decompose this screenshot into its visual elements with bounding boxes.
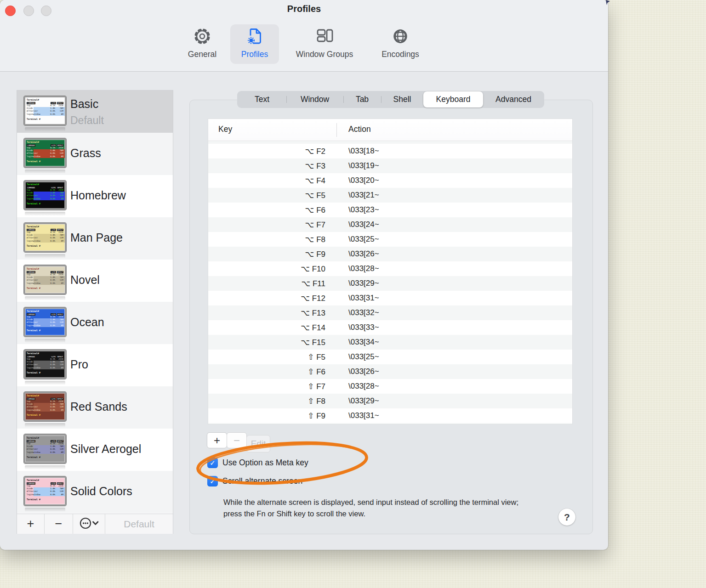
column-header-key[interactable]: Key <box>218 124 232 134</box>
key-mapping-row[interactable]: ⌥ F4 \033[20~ <box>208 173 572 188</box>
thumb-footer: Terminal # <box>25 158 65 163</box>
thumb-col-command: COMMAND <box>27 398 35 400</box>
key-mapping-row[interactable]: ⌥ F12 \033[31~ <box>208 291 572 305</box>
toolbar-item-general[interactable]: General <box>179 26 225 59</box>
key-mapping-row[interactable]: ⌥ F10 \033[28~ <box>208 261 572 276</box>
key-mapping-row[interactable]: ⌥ F3 \033[19~ <box>208 158 572 173</box>
tab-text[interactable]: Text <box>238 91 286 107</box>
thumb-col-rprvt: RPRVT <box>57 144 63 147</box>
thumb-title: Terminal# <box>25 140 65 144</box>
thumbnail-reflection <box>25 254 65 258</box>
column-divider[interactable] <box>336 123 337 137</box>
key-cell: ⌥ F11 <box>208 279 325 288</box>
toolbar-item-profiles[interactable]: Profiles <box>232 26 278 59</box>
action-cell: \033[20~ <box>348 176 379 185</box>
profile-list-item-basic[interactable]: Terminal# COMMAND %CPU RPRVT top4.1%231K… <box>17 90 173 133</box>
profile-list-item-red-sands[interactable]: Terminal# COMMAND %CPU RPRVT top4.1%231K… <box>17 386 173 429</box>
key-mapping-row[interactable]: ⌥ F5 \033[21~ <box>208 188 572 203</box>
key-mapping-row[interactable]: ⌥ F14 \033[33~ <box>208 320 572 335</box>
key-mapping-row[interactable]: ⌥ F7 \033[24~ <box>208 217 572 232</box>
use-option-as-meta-key-checkbox[interactable]: ✓ <box>207 458 218 468</box>
profile-list-item-silver-aerogel[interactable]: Terminal# COMMAND %CPU RPRVT top4.1%231K… <box>17 429 173 471</box>
thumb-col-rprvt: RPRVT <box>57 229 63 231</box>
key-mapping-row[interactable]: ⌥ F8 \033[25~ <box>208 232 572 247</box>
profile-list-item-homebrew[interactable]: Terminal# COMMAND %CPU RPRVT top4.1%231K… <box>17 175 173 217</box>
thumbnail-reflection <box>25 296 65 300</box>
thumb-footer: Terminal # <box>25 200 65 205</box>
help-button[interactable]: ? <box>558 509 575 526</box>
scroll-alternate-screen-row: ✓ Scroll alternate screen <box>207 476 302 486</box>
key-mapping-row[interactable]: ⇧ F7 \033[28~ <box>208 379 572 394</box>
key-mapping-row[interactable]: ⌥ F11 \033[29~ <box>208 276 572 291</box>
profile-list-item-ocean[interactable]: Terminal# COMMAND %CPU RPRVT top4.1%231K… <box>17 302 173 344</box>
thumb-footer: Terminal # <box>25 496 65 501</box>
thumb-title: Terminal# <box>25 309 65 313</box>
thumb-col-cpu: %CPU <box>51 482 56 485</box>
tab-shell[interactable]: Shell <box>381 91 423 107</box>
profile-list-item-novel[interactable]: Terminal# COMMAND %CPU RPRVT top4.1%231K… <box>17 260 173 302</box>
profile-name: Ocean <box>70 316 104 329</box>
key-mapping-row[interactable]: ⌥ F6 \033[23~ <box>208 203 572 217</box>
window-title: Profiles <box>0 4 608 14</box>
thumbnail-reflection <box>25 423 65 427</box>
thumb-title: Terminal# <box>25 351 65 355</box>
tab-advanced[interactable]: Advanced <box>483 91 544 107</box>
thumb-title: Terminal# <box>25 266 65 271</box>
action-cell: \033[18~ <box>348 147 379 156</box>
profile-list: Terminal# COMMAND %CPU RPRVT top4.1%231K… <box>17 90 173 513</box>
key-mapping-row[interactable]: ⌥ F13 \033[32~ <box>208 305 572 320</box>
key-cell: ⌥ F7 <box>208 220 325 230</box>
key-mapping-row[interactable]: ⌥ F15 \033[34~ <box>208 335 572 350</box>
key-cell: ⌥ F14 <box>208 323 325 333</box>
thumb-col-cpu: %CPU <box>51 398 56 400</box>
remove-profile-button[interactable]: − <box>45 514 73 534</box>
thumb-row: loginwindow0.0%4M <box>25 409 65 412</box>
key-cell: ⌥ F2 <box>208 147 325 156</box>
key-mapping-row[interactable]: ⇧ F6 \033[26~ <box>208 364 572 379</box>
tab-keyboard[interactable]: Keyboard <box>423 91 483 107</box>
key-mapping-row[interactable]: ⌥ F9 \033[26~ <box>208 247 572 261</box>
profile-thumbnail: Terminal# COMMAND %CPU RPRVT top4.1%231K… <box>24 265 66 294</box>
profile-list-item-grass[interactable]: Terminal# COMMAND %CPU RPRVT top4.1%231K… <box>17 133 173 175</box>
add-profile-button[interactable]: + <box>17 514 45 534</box>
key-mapping-row[interactable]: ⇧ F9 \033[31~ <box>208 408 572 423</box>
key-cell: ⌥ F15 <box>208 338 325 347</box>
more-actions-button[interactable] <box>73 514 105 534</box>
remove-key-mapping-button[interactable]: − <box>227 432 247 448</box>
tab-window[interactable]: Window <box>286 91 343 107</box>
thumb-col-command: COMMAND <box>27 229 35 231</box>
thumb-row: loginwindow0.0%4M <box>25 451 65 454</box>
scroll-alternate-screen-checkbox[interactable]: ✓ <box>207 476 218 486</box>
column-header-action[interactable]: Action <box>348 124 371 134</box>
add-key-mapping-button[interactable]: + <box>207 432 227 448</box>
tab-tab[interactable]: Tab <box>343 91 381 107</box>
thumb-col-cpu: %CPU <box>51 187 56 189</box>
key-cell: ⌥ F6 <box>208 205 325 215</box>
toolbar-label-window-groups: Window Groups <box>285 50 364 59</box>
use-option-as-meta-key-label: Use Option as Meta key <box>222 458 308 468</box>
terminal-preferences-window: Profiles General <box>0 0 608 550</box>
action-cell: \033[33~ <box>348 323 379 332</box>
thumbnail-reflection <box>25 508 65 512</box>
profile-name: Pro <box>70 358 88 371</box>
profile-list-item-man-page[interactable]: Terminal# COMMAND %CPU RPRVT top4.1%231K… <box>17 217 173 260</box>
thumb-col-cpu: %CPU <box>51 271 56 273</box>
default-button[interactable]: Default <box>105 514 173 534</box>
toolbar-item-encodings[interactable]: Encodings <box>368 26 433 59</box>
profile-thumbnail: Terminal# COMMAND %CPU RPRVT top4.1%231K… <box>24 181 66 210</box>
thumb-footer: Terminal # <box>25 454 65 459</box>
edit-key-mapping-button[interactable]: Edit <box>246 435 270 452</box>
profile-list-item-solid-colors[interactable]: Terminal# COMMAND %CPU RPRVT top4.1%231K… <box>17 471 173 513</box>
key-mapping-row[interactable]: ⇧ F8 \033[29~ <box>208 394 572 408</box>
thumb-col-rprvt: RPRVT <box>57 271 63 273</box>
checkmark-icon: ✓ <box>210 478 216 485</box>
toolbar-item-window-groups[interactable]: Window Groups <box>285 26 364 59</box>
profile-list-item-pro[interactable]: Terminal# COMMAND %CPU RPRVT top4.1%231K… <box>17 344 173 386</box>
key-mapping-row[interactable]: ⇧ F5 \033[25~ <box>208 350 572 364</box>
thumb-row: loginwindow0.0%4M <box>25 493 65 496</box>
profile-thumbnail: Terminal# COMMAND %CPU RPRVT top4.1%231K… <box>24 307 66 337</box>
key-cell: ⇧ F6 <box>208 367 325 377</box>
action-cell: \033[21~ <box>348 191 379 200</box>
key-mapping-row[interactable]: ⌥ F2 \033[18~ <box>208 144 572 158</box>
toolbar-label-profiles: Profiles <box>232 50 278 59</box>
